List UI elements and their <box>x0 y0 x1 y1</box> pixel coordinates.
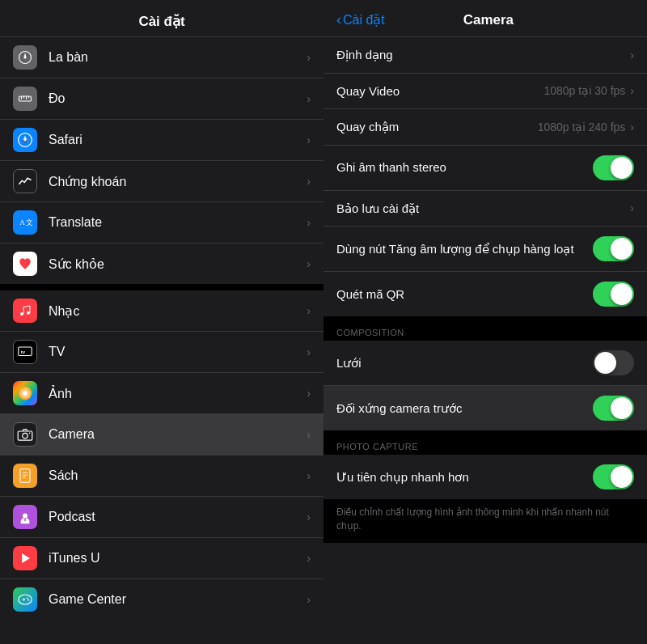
ghiam-toggle-knob <box>611 157 632 179</box>
settings-item-anh[interactable]: Ảnh› <box>0 373 324 414</box>
svg-marker-30 <box>22 553 30 563</box>
luoi-toggle[interactable] <box>593 350 634 375</box>
svg-point-35 <box>28 600 30 601</box>
itunesu-chevron-icon: › <box>307 552 311 565</box>
back-button[interactable]: ‹ Cài đặt <box>336 11 385 28</box>
quaycham-value: 1080p tại 240 fps <box>538 121 626 133</box>
left-header: Cài đặt <box>0 0 324 37</box>
quaycham-label: Quay chậm <box>336 119 538 135</box>
suckhoe-label: Sức khỏe <box>49 256 307 272</box>
do-label: Đo <box>49 91 307 106</box>
settings-list: La bàn›Đo›Safari›Chứng khoán›A文Translate… <box>0 37 324 644</box>
camera-item-baoluu[interactable]: Bảo lưu cài đặt› <box>324 191 647 227</box>
quetma-toggle-knob <box>611 283 632 305</box>
translate-label: Translate <box>49 215 307 230</box>
safari-chevron-icon: › <box>307 133 311 146</box>
camera-item-dingdang[interactable]: Định dạng› <box>324 37 647 74</box>
dungnut-toggle[interactable] <box>593 236 634 261</box>
camera-item-quetma[interactable]: Quét mã QR <box>324 272 647 316</box>
baoluu-label: Bảo lưu cài đặt <box>336 201 630 217</box>
camera-item-luoi[interactable]: Lưới <box>324 341 647 386</box>
settings-item-itunesu[interactable]: iTunes U› <box>0 538 324 579</box>
anh-icon <box>13 381 37 405</box>
settings-item-tv[interactable]: tvTV› <box>0 332 324 373</box>
settings-item-labang[interactable]: La bàn› <box>0 37 324 78</box>
svg-rect-21 <box>18 431 32 440</box>
camera-group-1: LướiĐối xứng camera trước <box>324 341 647 430</box>
camera-item-doixung[interactable]: Đối xứng camera trước <box>324 386 647 430</box>
camera-item-quaycham[interactable]: Quay chậm1080p tại 240 fps› <box>324 109 647 146</box>
settings-item-camera[interactable]: Camera› <box>0 414 324 455</box>
camera-item-uutien[interactable]: Ưu tiên chụp nhanh hơn <box>324 455 647 499</box>
itunesu-label: iTunes U <box>49 551 307 566</box>
svg-rect-4 <box>19 96 32 101</box>
settings-item-gamecenter[interactable]: Game Center› <box>0 579 324 620</box>
translate-chevron-icon: › <box>307 216 311 229</box>
uutien-toggle[interactable] <box>593 464 634 489</box>
anh-chevron-icon: › <box>307 387 311 400</box>
camera-item-dungnut[interactable]: Dùng nút Tăng âm lượng để chụp hàng loạt <box>324 227 647 272</box>
anh-label: Ảnh <box>49 386 307 401</box>
settings-item-translate[interactable]: A文Translate› <box>0 202 324 244</box>
chungkhoan-chevron-icon: › <box>307 175 311 188</box>
labang-chevron-icon: › <box>307 51 311 64</box>
chungkhoan-label: Chứng khoán <box>49 174 307 189</box>
suckhoe-chevron-icon: › <box>307 257 311 270</box>
labang-icon <box>13 45 37 70</box>
camera-item-quayvideo[interactable]: Quay Video1080p tại 30 fps› <box>324 74 647 110</box>
camera-icon <box>13 422 37 447</box>
uutien-toggle-knob <box>611 466 632 488</box>
safari-icon <box>13 128 37 152</box>
doixung-toggle[interactable] <box>593 396 634 421</box>
sach-icon <box>13 464 37 488</box>
sach-chevron-icon: › <box>307 469 311 482</box>
right-panel: ‹ Cài đặt Camera Định dạng›Quay Video108… <box>324 0 647 644</box>
nhac-chevron-icon: › <box>307 304 311 317</box>
doixung-label: Đối xứng camera trước <box>336 400 593 417</box>
svg-text:文: 文 <box>26 218 32 227</box>
podcast-chevron-icon: › <box>307 511 311 523</box>
dungnut-toggle-knob <box>611 238 632 260</box>
settings-item-podcast[interactable]: Podcast› <box>0 497 324 538</box>
gamecenter-chevron-icon: › <box>307 593 311 606</box>
ghiam-toggle[interactable] <box>593 155 634 180</box>
svg-point-15 <box>20 312 23 316</box>
do-chevron-icon: › <box>307 92 311 105</box>
group-separator-2: PHOTO CAPTURE <box>324 430 647 455</box>
itunesu-icon <box>13 546 37 570</box>
settings-item-nhac[interactable]: Nhạc› <box>0 290 324 332</box>
svg-text:tv: tv <box>21 350 26 354</box>
podcast-icon <box>13 505 37 529</box>
settings-item-safari[interactable]: Safari› <box>0 120 324 161</box>
podcast-label: Podcast <box>49 510 307 524</box>
svg-point-34 <box>27 598 28 600</box>
camera-chevron-icon: › <box>307 428 311 441</box>
luoi-toggle-knob <box>594 352 616 374</box>
uutien-label: Ưu tiên chụp nhanh hơn <box>336 469 593 485</box>
nhac-label: Nhạc <box>49 303 307 319</box>
ghiam-label: Ghi âm thanh stereo <box>336 159 593 176</box>
camera-item-ghiam[interactable]: Ghi âm thanh stereo <box>324 146 647 191</box>
quayvideo-chevron-icon: › <box>630 84 634 97</box>
settings-item-sach[interactable]: Sách› <box>0 455 324 497</box>
left-panel: Cài đặt La bàn›Đo›Safari›Chứng khoán›A文T… <box>0 0 324 644</box>
group-separator-1: COMPOSITION <box>324 316 647 341</box>
settings-item-do[interactable]: Đo› <box>0 78 324 120</box>
baoluu-chevron-icon: › <box>630 201 634 214</box>
translate-icon: A文 <box>13 210 37 235</box>
labang-label: La bàn <box>49 50 307 65</box>
svg-point-23 <box>29 433 31 434</box>
svg-point-20 <box>23 392 27 396</box>
camera-settings-list: Định dạng›Quay Video1080p tại 30 fps›Qua… <box>324 37 647 644</box>
settings-group-1: Nhạc›tvTV›Ảnh›Camera›Sách›Podcast›iTunes… <box>0 284 324 620</box>
quetma-toggle[interactable] <box>593 282 634 307</box>
settings-group-0: La bàn›Đo›Safari›Chứng khoán›A文Translate… <box>0 37 324 284</box>
group-label-1: COMPOSITION <box>336 328 404 337</box>
dungnut-label: Dùng nút Tăng âm lượng để chụp hàng loạt <box>336 241 593 257</box>
svg-point-3 <box>24 57 27 59</box>
svg-rect-24 <box>20 469 30 483</box>
svg-point-22 <box>23 433 27 438</box>
back-chevron-icon: ‹ <box>336 11 341 28</box>
settings-item-chungkhoan[interactable]: Chứng khoán› <box>0 161 324 202</box>
settings-item-suckhoe[interactable]: Sức khỏe› <box>0 244 324 284</box>
